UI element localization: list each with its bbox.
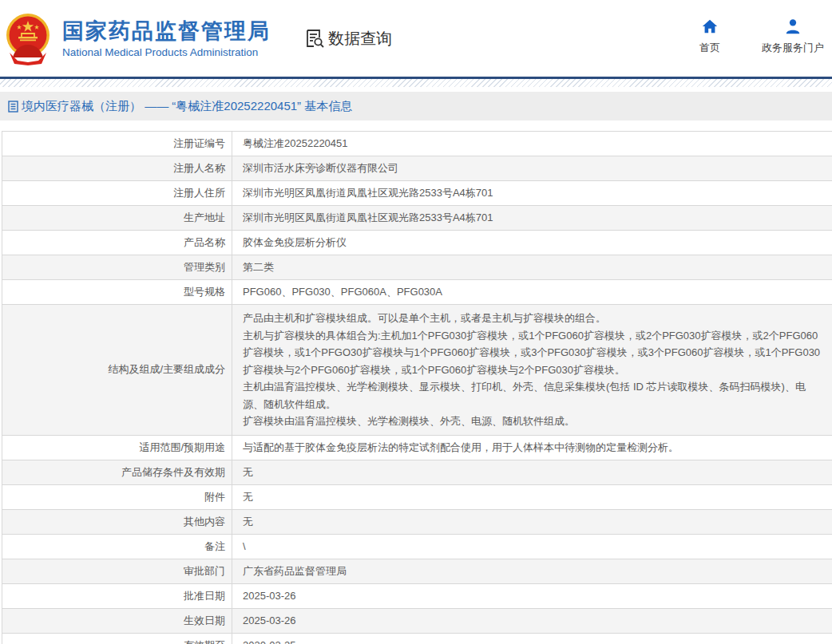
row-value: 无: [232, 510, 832, 534]
row-label: 结构及组成/主要组成成分: [2, 305, 232, 435]
row-label: 备注: [2, 535, 232, 559]
table-row: 注册人住所 深圳市光明区凤凰街道凤凰社区观光路2533号A4栋701: [2, 181, 832, 206]
nav-item-label: 首页: [699, 41, 720, 55]
site-header: 国家药品监督管理局 National Medical Products Admi…: [0, 0, 832, 77]
breadcrumb: 境内医疗器械（注册） —— “粤械注准20252220451” 基本信息: [0, 92, 832, 121]
nav-item-portal[interactable]: 政务服务门户: [762, 18, 824, 55]
table-row: 型号规格 PFG060、PFG030、PFG060A、PFG030A: [2, 280, 832, 305]
table-row: 管理类别 第二类: [2, 255, 832, 280]
table-row: 产品名称 胶体金免疫层析分析仪: [2, 231, 832, 255]
table-row: 其他内容 无: [2, 510, 832, 535]
table-row: 生效日期 2025-03-26: [2, 609, 832, 634]
document-search-icon: [304, 28, 325, 49]
row-label: 产品名称: [2, 231, 232, 255]
table-row: 备注 \: [2, 535, 832, 559]
table-row: 附件 无: [2, 485, 832, 510]
row-value: 2030-03-25: [232, 634, 832, 644]
row-value: 深圳市光明区凤凰街道凤凰社区观光路2533号A4栋701: [232, 206, 832, 230]
data-query-label: 数据查询: [328, 28, 392, 49]
row-value: 广东省药品监督管理局: [232, 559, 832, 583]
info-table: 注册证编号 粤械注准20252220451 注册人名称 深圳市活水床旁诊断仪器有…: [2, 131, 832, 644]
row-value: 产品由主机和扩容模块组成。可以是单个主机，或者是主机与扩容模块的组合。 主机与扩…: [232, 305, 832, 435]
row-value: 粤械注准20252220451: [232, 132, 832, 156]
nav-item-home[interactable]: 首页: [691, 18, 728, 55]
row-label: 其他内容: [2, 510, 232, 534]
row-label: 管理类别: [2, 255, 232, 279]
table-row: 审批部门 广东省药品监督管理局: [2, 559, 832, 584]
hatch-band: [0, 79, 832, 87]
breadcrumb-text: 境内医疗器械（注册） —— “粤械注准20252220451” 基本信息: [22, 99, 352, 114]
table-row: 生产地址 深圳市光明区凤凰街道凤凰社区观光路2533号A4栋701: [2, 206, 832, 231]
nav-item-label: 政务服务门户: [762, 41, 824, 55]
table-row: 产品储存条件及有效期 无: [2, 460, 832, 485]
home-icon: [701, 18, 719, 35]
site-subtitle: National Medical Products Administration: [62, 46, 271, 58]
row-label: 注册人住所: [2, 181, 232, 205]
row-label: 生产地址: [2, 206, 232, 230]
table-row: 适用范围/预期用途 与适配的基于胶体金免疫层析法的特定试剂配合使用，用于人体样本…: [2, 436, 832, 460]
row-label: 注册人名称: [2, 156, 232, 180]
row-label: 批准日期: [2, 584, 232, 608]
row-value: 无: [232, 460, 832, 484]
row-label: 附件: [2, 485, 232, 509]
user-icon: [784, 18, 802, 35]
table-row: 结构及组成/主要组成成分 产品由主机和扩容模块组成。可以是单个主机，或者是主机与…: [2, 305, 832, 436]
row-label: 产品储存条件及有效期: [2, 460, 232, 484]
spacer: [0, 121, 832, 131]
table-row: 注册证编号 粤械注准20252220451: [2, 132, 832, 156]
row-value: 深圳市光明区凤凰街道凤凰社区观光路2533号A4栋701: [232, 181, 832, 205]
row-value: 2025-03-26: [232, 609, 832, 633]
table-row: 批准日期 2025-03-26: [2, 584, 832, 609]
row-label: 生效日期: [2, 609, 232, 633]
table-row: 有效期至 2030-03-25: [2, 634, 832, 644]
row-value: 胶体金免疫层析分析仪: [232, 231, 832, 255]
row-value: 无: [232, 485, 832, 509]
national-emblem-logo: [5, 11, 51, 65]
row-label: 有效期至: [2, 634, 232, 644]
header-nav: 首页 政务服务门户: [691, 18, 824, 55]
row-label: 型号规格: [2, 280, 232, 304]
row-value: 与适配的基于胶体金免疫层析法的特定试剂配合使用，用于人体样本中待测物的定量检测分…: [232, 436, 832, 460]
row-label: 注册证编号: [2, 132, 232, 156]
data-query-tab[interactable]: 数据查询: [304, 28, 392, 49]
row-value: 深圳市活水床旁诊断仪器有限公司: [232, 156, 832, 180]
row-label: 审批部门: [2, 559, 232, 583]
row-value: 2025-03-26: [232, 584, 832, 608]
row-label: 适用范围/预期用途: [2, 436, 232, 460]
row-value: 第二类: [232, 255, 832, 279]
row-value: PFG060、PFG030、PFG060A、PFG030A: [232, 280, 832, 304]
row-value: \: [232, 535, 832, 559]
table-row: 注册人名称 深圳市活水床旁诊断仪器有限公司: [2, 156, 832, 181]
site-title: 国家药品监督管理局: [62, 18, 271, 44]
document-icon: [8, 101, 18, 113]
